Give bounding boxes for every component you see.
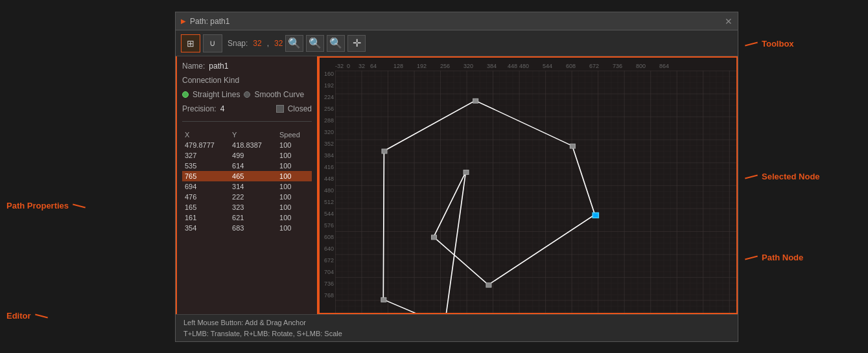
precision-row: Precision: 4 Closed xyxy=(182,104,312,113)
path-node-annotation: Path Node xyxy=(745,253,803,262)
toolbar: ⊞ ∪ Snap: 32 , 32 🔍 🔍 🔍 ✛ xyxy=(176,30,738,56)
table-row[interactable]: 765465100 xyxy=(182,171,312,181)
smooth-curve-radio[interactable] xyxy=(244,91,250,98)
table-row[interactable]: 327499100 xyxy=(182,150,312,161)
main-window: ▶ Path: path1 ✕ ⊞ ∪ Snap: 32 , 32 🔍 🔍 xyxy=(175,12,738,342)
path-canvas[interactable] xyxy=(335,71,736,313)
closed-label: Closed xyxy=(288,104,312,113)
title-bar-left: ▶ Path: path1 xyxy=(181,17,229,26)
col-y-header: Y xyxy=(229,130,277,140)
title-arrow-icon: ▶ xyxy=(181,17,186,25)
table-row[interactable]: 161621100 xyxy=(182,212,312,223)
name-value: path1 xyxy=(209,62,228,71)
grid-button[interactable]: ⊞ xyxy=(181,34,200,52)
path-svg xyxy=(335,71,736,313)
zoom-in-icon: 🔍 xyxy=(329,37,342,49)
move-icon: ✛ xyxy=(353,37,361,49)
title-bar: ▶ Path: path1 ✕ xyxy=(176,12,738,30)
status-line-1: Left Mouse Button: Add & Drag Anchor xyxy=(183,317,730,328)
col-speed-header: Speed xyxy=(277,130,312,140)
node-2 xyxy=(486,283,491,288)
path-properties-annotation: Path Properties xyxy=(6,201,86,211)
zoom-out-icon: 🔍 xyxy=(288,37,301,49)
node-1 xyxy=(432,235,437,240)
divider xyxy=(182,121,312,122)
table-row[interactable]: 694314100 xyxy=(182,181,312,192)
content-area: Name: path1 Connection Kind Straight Lin… xyxy=(176,56,738,314)
node-0 xyxy=(463,170,469,175)
name-row: Name: path1 xyxy=(182,62,312,71)
smooth-curve-label: Smooth Curve xyxy=(254,90,304,99)
grid-canvas[interactable]: -32 0 32 64 128 192 256 320 384 448 480 … xyxy=(318,56,738,314)
table-row[interactable]: 476222100 xyxy=(182,192,312,202)
status-bar: Left Mouse Button: Add & Drag Anchor T+L… xyxy=(176,314,738,341)
node-table: X Y Speed 479.8777418.838710032749910053… xyxy=(182,130,312,233)
snap-comma: , xyxy=(267,39,269,48)
straight-lines-radio[interactable] xyxy=(182,91,189,98)
ruler-left: 160 192 224 256 288 320 352 384 416 448 … xyxy=(320,71,335,313)
editor-annotation: Editor xyxy=(6,311,48,321)
node-4 xyxy=(570,144,575,148)
grid-icon: ⊞ xyxy=(187,38,194,49)
table-row[interactable]: 535614100 xyxy=(182,161,312,171)
closed-checkbox[interactable] xyxy=(276,105,284,113)
zoom-reset-button[interactable]: 🔍 xyxy=(306,35,324,52)
snap-x-value: 32 xyxy=(253,39,261,48)
table-row[interactable]: 165323100 xyxy=(182,202,312,212)
table-row[interactable]: 479.8777418.8387100 xyxy=(182,140,312,150)
close-button[interactable]: ✕ xyxy=(725,17,733,26)
toolbox-annotation: Toolbox xyxy=(745,39,794,49)
connection-kind-row: Connection Kind xyxy=(182,76,312,85)
node-7 xyxy=(381,297,386,302)
right-annotations: Toolbox Selected Node Path Node xyxy=(738,0,868,353)
name-label: Name: xyxy=(182,62,205,71)
zoom-in-button[interactable]: 🔍 xyxy=(327,35,345,52)
node-5 xyxy=(473,98,478,103)
precision-value: 4 xyxy=(220,104,225,113)
ruler-top: -32 0 32 64 128 192 256 320 384 448 480 … xyxy=(335,58,736,71)
straight-lines-label: Straight Lines xyxy=(193,90,240,99)
zoom-minus-icon: 🔍 xyxy=(309,37,322,49)
left-annotations: Path Properties Editor xyxy=(0,0,175,353)
radio-row: Straight Lines Smooth Curve xyxy=(182,90,312,99)
snap-y-value: 32 xyxy=(274,39,283,48)
table-row[interactable]: 354683100 xyxy=(182,223,312,233)
node-6 xyxy=(382,149,387,154)
snap-label: Snap: xyxy=(228,39,248,48)
selected-node-annotation: Selected Node xyxy=(745,172,820,181)
svg-rect-1 xyxy=(335,71,736,313)
magnet-icon: ∪ xyxy=(209,38,216,48)
connection-kind-label: Connection Kind xyxy=(182,76,239,85)
precision-label: Precision: xyxy=(182,104,217,113)
zoom-out-button[interactable]: 🔍 xyxy=(285,35,303,52)
move-button[interactable]: ✛ xyxy=(347,35,366,52)
window-title: Path: path1 xyxy=(190,17,229,26)
node-3-selected xyxy=(592,212,598,218)
col-x-header: X xyxy=(182,130,229,140)
status-line-2: T+LMB: Translate, R+LMB: Rotate, S+LMB: … xyxy=(183,328,730,339)
magnet-button[interactable]: ∪ xyxy=(203,34,222,52)
left-panel: Name: path1 Connection Kind Straight Lin… xyxy=(176,56,318,314)
